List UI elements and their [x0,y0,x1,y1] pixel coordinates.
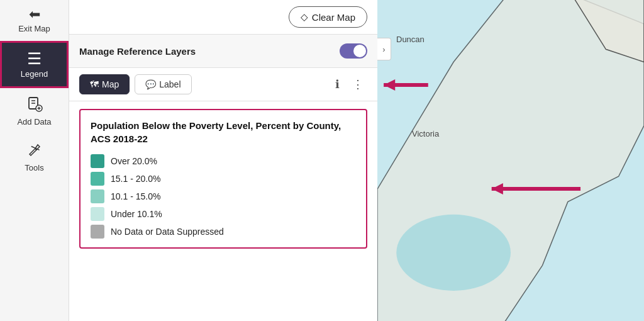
legend-swatch-nodata [91,225,104,239]
manage-reference-layers-title: Manage Reference Layers [79,46,196,57]
info-button[interactable]: ℹ [331,75,343,94]
tools-icon [26,142,43,160]
legend-item-under10: Under 10.1% [91,207,356,221]
sidebar-item-tools[interactable]: Tools [0,134,69,180]
tab-map[interactable]: 🗺 Map [79,74,130,94]
label-tab-icon: 💬 [145,79,156,89]
clear-map-icon: ◇ [301,11,308,23]
legend-label-over20: Over 20.0% [111,156,157,166]
legend-swatch-under10 [91,207,104,221]
main-panel: ◇ Clear Map Manage Reference Layers 🗺 Ma… [69,0,377,321]
collapse-panel-button[interactable]: › [377,38,391,60]
legend-items: Over 20.0%15.1 - 20.0%10.1 - 15.0%Under … [91,154,356,239]
sidebar-item-add-data-label: Add Data [17,117,51,127]
map-tab-icon: 🗺 [90,79,99,89]
clear-map-button[interactable]: ◇ Clear Map [289,6,367,28]
label-tab-label: Label [159,79,180,89]
more-options-button[interactable]: ⋮ [348,75,367,94]
legend-item-nodata: No Data or Data Suppressed [91,225,356,239]
sidebar-item-tools-label: Tools [25,163,43,172]
legend-label-under10: Under 10.1% [111,209,162,219]
legend-label-nodata: No Data or Data Suppressed [111,227,224,237]
sidebar-item-add-data[interactable]: Add Data [0,88,69,134]
map-area: Duncan Victoria › [377,0,644,321]
chevron-right-icon: › [382,45,385,54]
sidebar: ⬅ Exit Map ☰ Legend Add Data T [0,0,69,321]
legend-label-15to20: 15.1 - 20.0% [111,174,160,184]
tab-label[interactable]: 💬 Label [135,74,191,94]
clear-map-label: Clear Map [312,12,355,23]
legend-item-15to20: 15.1 - 20.0% [91,172,356,186]
svg-point-7 [396,215,511,291]
sidebar-item-legend-label: Legend [21,69,48,79]
legend-swatch-10to15 [91,189,104,203]
add-data-icon [26,96,43,115]
legend-title: Population Below the Poverty Level, Perc… [91,119,356,145]
sidebar-item-exit-map-label: Exit Map [18,24,50,33]
tab-bar: 🗺 Map 💬 Label ℹ ⋮ [69,68,377,101]
reference-layers-toggle[interactable] [340,43,367,59]
legend-swatch-over20 [91,154,104,168]
info-icon: ℹ [335,78,340,91]
legend-panel: Population Below the Poverty Level, Perc… [79,109,367,249]
legend-icon: ☰ [27,50,42,67]
map-label-victoria: Victoria [412,129,439,138]
manage-reference-layers-section: Manage Reference Layers [69,35,377,68]
top-bar: ◇ Clear Map [69,0,377,35]
legend-label-10to15: 10.1 - 15.0% [111,191,160,201]
sidebar-item-exit-map[interactable]: ⬅ Exit Map [0,0,69,41]
legend-item-over20: Over 20.0% [91,154,356,168]
legend-swatch-15to20 [91,172,104,186]
more-icon: ⋮ [352,78,364,91]
map-label-duncan: Duncan [396,35,425,44]
legend-item-10to15: 10.1 - 15.0% [91,189,356,203]
sidebar-item-legend[interactable]: ☰ Legend [0,41,69,88]
map-tab-label: Map [102,79,119,89]
map-background: Duncan Victoria › [377,0,644,321]
exit-map-icon: ⬅ [29,8,40,21]
